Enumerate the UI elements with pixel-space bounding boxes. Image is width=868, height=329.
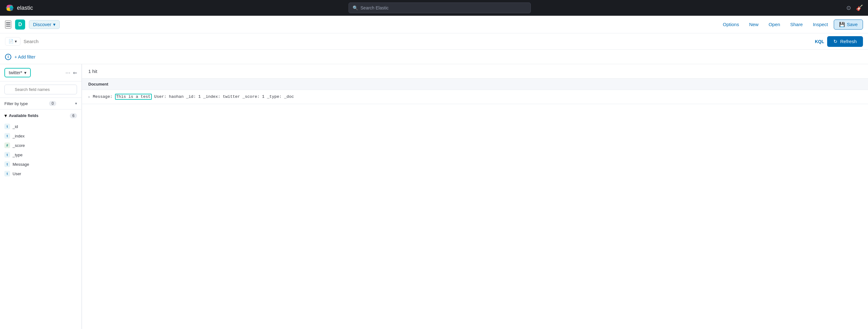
top-search-container: 🔍 Search Elastic	[37, 2, 842, 13]
elastic-logo-icon	[5, 3, 14, 12]
refresh-button[interactable]: ↻ Refresh	[827, 36, 863, 47]
save-button[interactable]: 💾 Save	[834, 20, 863, 30]
top-search-placeholder: Search Elastic	[361, 5, 389, 10]
sidebar: twitter* ▾ ⋯ ⇐ 🔍 Filter by type 0 ▾ ▾	[0, 64, 82, 329]
open-button[interactable]: Open	[764, 20, 785, 29]
user-circle-icon[interactable]: ⊙	[846, 4, 851, 11]
save-label: Save	[847, 22, 858, 27]
search-icon: 🔍	[352, 5, 358, 10]
field-item[interactable]: tUser	[0, 169, 82, 178]
add-filter-button[interactable]: + Add filter	[14, 54, 35, 59]
expand-row-icon[interactable]: ›	[88, 94, 90, 99]
top-search-bar[interactable]: 🔍 Search Elastic	[348, 2, 531, 13]
available-fields-count: 6	[70, 113, 77, 118]
app-badge: D	[15, 20, 25, 30]
index-pattern-row: twitter* ▾ ⋯ ⇐	[0, 64, 82, 82]
filter-type-chevron: ▾	[75, 101, 77, 106]
field-item[interactable]: tMessage	[0, 159, 82, 169]
search-input[interactable]	[24, 39, 812, 44]
main-content: 1 hit Document › Message: This is a test…	[82, 64, 868, 329]
elastic-logo: elastic	[5, 3, 33, 12]
filter-type-row[interactable]: Filter by type 0 ▾	[0, 98, 82, 110]
share-button[interactable]: Share	[786, 20, 807, 29]
field-item[interactable]: #_score	[0, 141, 82, 150]
top-nav: elastic 🔍 Search Elastic ⊙ 🎸	[0, 0, 868, 16]
help-icon[interactable]: 🎸	[856, 4, 863, 11]
inspect-button[interactable]: Inspect	[808, 20, 832, 29]
filter-type-label: Filter by type	[4, 101, 28, 106]
field-name: Message	[12, 162, 29, 167]
available-fields-section: ▾ Available fields 6 t_idt_index#_scoret…	[0, 110, 82, 178]
discover-button[interactable]: Discover ▾	[29, 20, 60, 29]
results-table: Document › Message: This is a test User:…	[82, 79, 868, 104]
search-row: 📄 ▾ KQL ↻ Refresh	[0, 33, 868, 50]
table-row: › Message: This is a test User: haohan _…	[82, 90, 868, 104]
svg-point-7	[7, 7, 10, 11]
field-name: _type	[12, 153, 23, 157]
refresh-label: Refresh	[840, 39, 857, 44]
chevron-down-icon: ▾	[15, 39, 17, 44]
field-name: _score	[12, 143, 25, 148]
field-type-badge: t	[4, 133, 10, 139]
filter-type-count: 0	[49, 101, 56, 106]
filter-row: i + Add filter	[0, 50, 868, 64]
hamburger-button[interactable]: ☰	[5, 21, 11, 29]
grid-icon[interactable]: ⋯	[65, 70, 70, 76]
app-bar: ☰ D Discover ▾ Options New Open Share In…	[0, 16, 868, 33]
available-fields-label: Available fields	[9, 113, 68, 118]
options-button[interactable]: Options	[718, 20, 744, 29]
chevron-down-icon: ▾	[24, 70, 26, 75]
field-item[interactable]: t_type	[0, 150, 82, 159]
results-column-header: Document	[82, 79, 868, 90]
sidebar-icons: ⋯ ⇐	[65, 70, 77, 76]
save-icon: 💾	[839, 22, 845, 27]
field-name: User	[12, 172, 21, 176]
results-hit-count: 1 hit	[82, 64, 868, 79]
field-type-badge: t	[4, 152, 10, 157]
field-item[interactable]: t_id	[0, 122, 82, 131]
search-type-button[interactable]: 📄 ▾	[5, 37, 21, 46]
field-name: _index	[12, 134, 25, 139]
index-pattern-label: twitter*	[9, 70, 22, 75]
search-type-icon: 📄	[8, 39, 13, 44]
app-bar-actions: Options New Open Share Inspect 💾 Save	[718, 20, 863, 30]
field-item[interactable]: t_index	[0, 131, 82, 141]
main-layout: twitter* ▾ ⋯ ⇐ 🔍 Filter by type 0 ▾ ▾	[0, 64, 868, 329]
search-fields-wrapper: 🔍	[4, 85, 77, 94]
field-type-badge: #	[4, 143, 10, 148]
top-nav-icons: ⊙ 🎸	[846, 4, 863, 11]
field-type-badge: t	[4, 161, 10, 167]
result-text: Message: This is a test User: haohan _id…	[93, 94, 294, 100]
search-fields-input[interactable]	[4, 85, 77, 94]
new-button[interactable]: New	[745, 20, 763, 29]
field-name: _id	[12, 124, 18, 129]
available-fields-header[interactable]: ▾ Available fields 6	[0, 110, 82, 122]
chevron-down-icon: ▾	[53, 22, 56, 27]
search-fields-row: 🔍	[0, 82, 82, 98]
svg-point-8	[10, 7, 13, 11]
kql-button[interactable]: KQL	[815, 39, 824, 44]
field-items-container: t_idt_index#_scoret_typetMessagetUser	[0, 122, 82, 178]
highlighted-text: This is a test	[115, 94, 152, 100]
discover-label: Discover	[33, 22, 51, 27]
collapse-icon: ▾	[4, 113, 7, 119]
elastic-text: elastic	[17, 5, 33, 11]
field-type-badge: t	[4, 171, 10, 176]
refresh-icon: ↻	[833, 39, 838, 44]
field-type-badge: t	[4, 124, 10, 129]
arrow-left-icon[interactable]: ⇐	[73, 70, 77, 76]
info-icon[interactable]: i	[5, 54, 11, 60]
index-pattern-button[interactable]: twitter* ▾	[4, 68, 31, 78]
